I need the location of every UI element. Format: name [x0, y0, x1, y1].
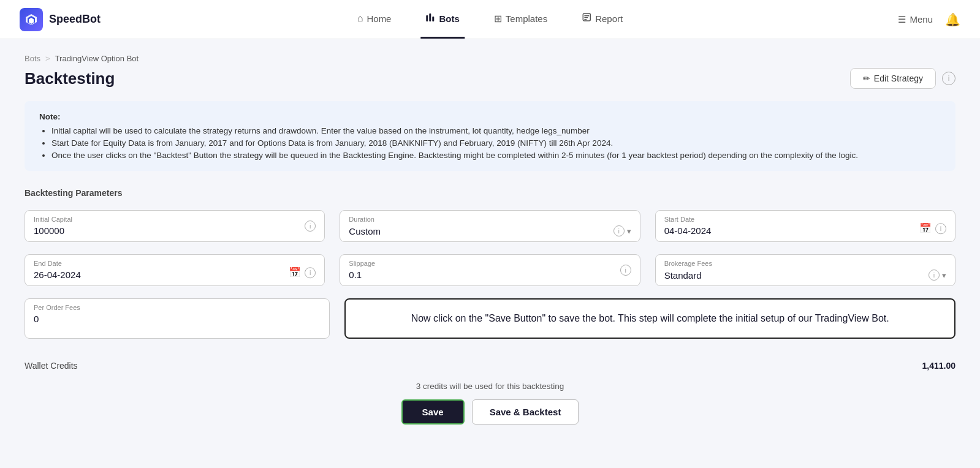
- slippage-info: i: [620, 265, 631, 276]
- tooltip-box: Now click on the "Save Button" to save t…: [344, 298, 955, 339]
- page-wrapper: Bots > TradingView Option Bot Backtestin…: [0, 39, 980, 461]
- edit-icon: ✏: [863, 74, 870, 83]
- brokerage-fees-dropdown-icon[interactable]: ▾: [942, 271, 946, 280]
- bots-icon: [425, 12, 435, 25]
- start-date-field: Start Date 📅 i: [655, 210, 955, 242]
- wallet-label: Wallet Credits: [25, 361, 78, 371]
- note-label: Note:: [39, 112, 941, 121]
- duration-dropdown-icon[interactable]: ▾: [627, 227, 631, 236]
- report-icon: [582, 12, 591, 25]
- note-item-1: Initial capital will be used to calculat…: [51, 126, 941, 135]
- section-params-title: Backtesting Parameters: [25, 188, 955, 198]
- brand-name: SpeedBot: [49, 13, 101, 26]
- brand-logo[interactable]: SpeedBot: [20, 8, 130, 31]
- wallet-row: Wallet Credits 1,411.00: [25, 351, 955, 373]
- end-date-calendar-icon[interactable]: 📅: [289, 266, 301, 278]
- breadcrumb: Bots > TradingView Option Bot: [25, 54, 955, 63]
- nav-templates-label: Templates: [506, 13, 547, 24]
- brokerage-fees-value: Standard: [664, 270, 702, 281]
- svg-rect-7: [584, 15, 589, 17]
- hamburger-icon: ☰: [898, 14, 906, 25]
- svg-rect-4: [429, 13, 431, 21]
- credits-info: 3 credits will be used for this backtest…: [25, 382, 955, 391]
- logo-icon: [20, 8, 43, 31]
- duration-value: Custom: [349, 226, 381, 236]
- initial-capital-input[interactable]: [34, 225, 316, 236]
- slippage-field: Slippage i: [340, 254, 640, 286]
- svg-rect-5: [432, 17, 434, 21]
- duration-field: Duration Custom i ▾: [340, 210, 640, 242]
- note-list: Initial capital will be used to calculat…: [39, 126, 941, 160]
- brokerage-fees-info-icon[interactable]: i: [929, 270, 940, 281]
- slippage-info-icon[interactable]: i: [620, 265, 631, 276]
- wallet-amount: 1,411.00: [922, 361, 956, 371]
- navbar: SpeedBot ⌂ Home Bots ⊞ Templates: [0, 0, 980, 39]
- save-button[interactable]: Save: [401, 399, 465, 425]
- start-date-label: Start Date: [664, 216, 946, 223]
- per-order-fees-input[interactable]: [34, 314, 321, 324]
- note-item-3: Once the user clicks on the "Backtest" B…: [51, 151, 941, 160]
- end-date-input[interactable]: [34, 270, 316, 280]
- initial-capital-info-icon[interactable]: i: [305, 221, 316, 232]
- templates-icon: ⊞: [494, 13, 502, 25]
- form-grid: Initial Capital i Duration Custom i ▾ St…: [25, 210, 955, 286]
- breadcrumb-bots[interactable]: Bots: [25, 54, 40, 63]
- nav-report[interactable]: Report: [577, 0, 628, 39]
- duration-info-icon[interactable]: i: [613, 225, 625, 236]
- nav-bots[interactable]: Bots: [420, 0, 464, 39]
- per-order-fees-field: Per Order Fees: [25, 298, 330, 339]
- nav-home[interactable]: ⌂ Home: [352, 1, 397, 38]
- page-title: Backtesting: [25, 69, 115, 88]
- brokerage-fees-label: Brokerage Fees: [664, 260, 946, 267]
- breadcrumb-current: TradingView Option Bot: [55, 54, 139, 63]
- end-date-field: End Date 📅 i: [25, 254, 325, 286]
- navbar-right: ☰ Menu 🔔: [898, 12, 960, 27]
- slippage-input[interactable]: [349, 270, 631, 280]
- start-date-input[interactable]: [664, 225, 946, 236]
- duration-label: Duration: [349, 216, 631, 223]
- nav-report-label: Report: [595, 13, 623, 24]
- start-date-info-icon[interactable]: i: [935, 223, 946, 234]
- initial-capital-label: Initial Capital: [34, 216, 316, 223]
- info-icon: i: [948, 74, 950, 83]
- nav-templates[interactable]: ⊞ Templates: [489, 1, 552, 39]
- initial-capital-field: Initial Capital i: [25, 210, 325, 242]
- edit-strategy-button[interactable]: ✏ Edit Strategy: [850, 68, 936, 89]
- start-date-calendar-icon[interactable]: 📅: [919, 222, 932, 234]
- page-header: Backtesting ✏ Edit Strategy i: [25, 68, 955, 89]
- end-date-info-icon[interactable]: i: [305, 267, 316, 278]
- edit-strategy-label: Edit Strategy: [874, 74, 923, 83]
- menu-label: Menu: [910, 14, 933, 25]
- home-icon: ⌂: [357, 13, 363, 24]
- nav-home-label: Home: [367, 13, 391, 24]
- brokerage-fees-field: Brokerage Fees Standard i ▾: [655, 254, 955, 286]
- note-box: Note: Initial capital will be used to ca…: [25, 101, 955, 171]
- svg-rect-3: [426, 15, 428, 21]
- save-backtest-button[interactable]: Save & Backtest: [472, 399, 579, 425]
- notification-bell-icon[interactable]: 🔔: [945, 12, 960, 27]
- slippage-label: Slippage: [349, 260, 631, 267]
- initial-capital-info: i: [305, 221, 316, 232]
- end-date-label: End Date: [34, 260, 316, 267]
- svg-rect-9: [584, 19, 587, 20]
- navbar-center: ⌂ Home Bots ⊞ Templates: [352, 0, 628, 39]
- breadcrumb-separator: >: [45, 54, 50, 63]
- page-info-icon[interactable]: i: [942, 72, 955, 85]
- second-row: Per Order Fees Now click on the "Save Bu…: [25, 298, 955, 339]
- nav-bots-label: Bots: [439, 13, 459, 24]
- per-order-fees-label: Per Order Fees: [34, 304, 321, 311]
- menu-button[interactable]: ☰ Menu: [898, 14, 933, 25]
- tooltip-message: Now click on the "Save Button" to save t…: [411, 313, 889, 323]
- note-item-2: Start Date for Equity Data is from Janua…: [51, 138, 941, 148]
- svg-rect-8: [584, 17, 588, 18]
- button-row: Save Save & Backtest: [25, 399, 955, 437]
